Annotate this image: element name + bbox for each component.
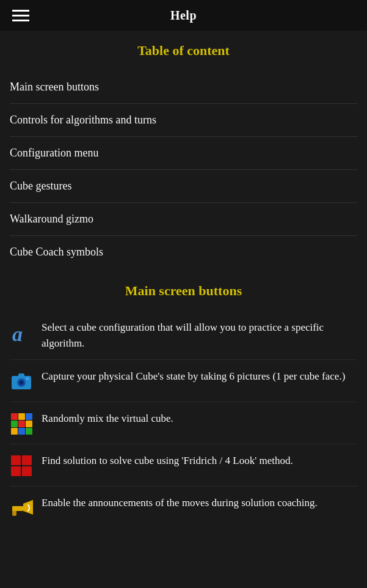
algorithm-feature-text: Select a cube configuration that will al…: [42, 320, 357, 351]
feature-list: a Select a cube configuration that will …: [10, 311, 357, 528]
toc-item-walkaround[interactable]: Walkaround gizmo: [10, 203, 357, 236]
camera-feature-text: Capture your physical Cube's state by ta…: [42, 369, 345, 384]
feature-camera: Capture your physical Cube's state by ta…: [10, 360, 357, 402]
main-section-heading: Main screen buttons: [10, 283, 357, 299]
svg-rect-18: [11, 466, 21, 476]
mix-icon: [10, 412, 33, 435]
toc-item-coach[interactable]: Cube Coach symbols: [10, 236, 357, 268]
toc-item-gestures[interactable]: Cube gestures: [10, 170, 357, 203]
svg-point-4: [20, 381, 23, 384]
svg-rect-5: [18, 373, 24, 377]
main-content: Table of content Main screen buttons Con…: [0, 31, 367, 540]
announce-feature-text: Enable the announcements of the moves du…: [42, 495, 318, 511]
feature-solve: Find solution to solve cube using 'Fridr…: [10, 444, 357, 487]
page-title: Help: [170, 9, 197, 23]
menu-line-2: [12, 15, 29, 17]
svg-rect-11: [18, 421, 25, 427]
svg-rect-8: [18, 413, 25, 420]
solve-icon: [10, 454, 33, 477]
mix-feature-text: Randomly mix the virtual cube.: [42, 411, 173, 427]
algorithm-icon: a: [10, 321, 33, 344]
svg-rect-14: [18, 428, 25, 435]
app-header: Help: [0, 0, 367, 31]
svg-rect-21: [12, 506, 23, 511]
menu-line-3: [12, 20, 29, 21]
svg-rect-19: [22, 466, 32, 476]
svg-text:a: a: [12, 323, 23, 344]
feature-mix: Randomly mix the virtual cube.: [10, 402, 357, 444]
svg-rect-17: [22, 455, 32, 465]
svg-rect-6: [26, 378, 29, 380]
toc-item-main-screen[interactable]: Main screen buttons: [10, 71, 357, 104]
toc-list: Main screen buttons Controls for algorit…: [10, 71, 357, 268]
svg-rect-12: [26, 421, 32, 427]
camera-icon: [10, 370, 33, 393]
solve-feature-text: Find solution to solve cube using 'Fridr…: [42, 453, 293, 469]
toc-heading: Table of content: [10, 43, 357, 59]
svg-rect-10: [11, 421, 18, 427]
feature-algorithm: a Select a cube configuration that will …: [10, 311, 357, 360]
toc-item-controls[interactable]: Controls for algorithms and turns: [10, 104, 357, 137]
svg-rect-9: [26, 413, 32, 420]
menu-line-1: [12, 10, 29, 12]
svg-rect-15: [26, 428, 32, 435]
svg-marker-22: [23, 500, 33, 515]
menu-button[interactable]: [10, 7, 32, 24]
svg-rect-7: [11, 413, 18, 420]
feature-announce: Enable the announcements of the moves du…: [10, 487, 357, 528]
toc-item-config[interactable]: Configuration menu: [10, 137, 357, 170]
announce-icon: [10, 496, 33, 520]
svg-rect-13: [11, 428, 18, 435]
svg-rect-16: [11, 455, 21, 465]
